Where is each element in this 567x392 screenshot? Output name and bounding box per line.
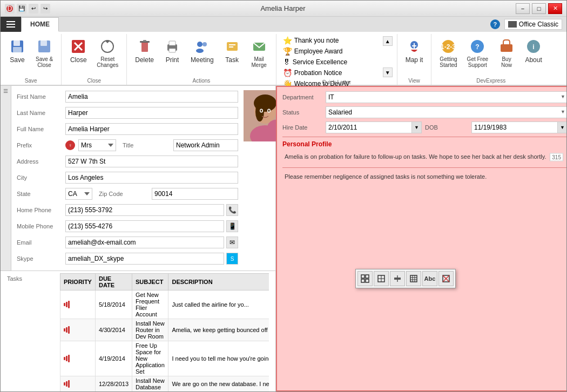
app-menu-button[interactable] bbox=[1, 17, 21, 32]
home-phone-label: Home Phone bbox=[17, 207, 65, 213]
close-button[interactable]: ✕ bbox=[548, 3, 562, 14]
quick-access-toolbar: D 💾 ↩ ↪ bbox=[5, 4, 50, 13]
home-phone-icon[interactable]: 📞 bbox=[226, 204, 238, 216]
save-close-button[interactable]: Save & Close bbox=[32, 35, 57, 71]
quick-letter-probation[interactable]: ⏰ Probation Notice bbox=[281, 67, 381, 78]
ribbon-section-close: Close Reset Changes Close bbox=[64, 34, 127, 85]
skype-label: Skype bbox=[17, 255, 65, 262]
hire-date-dropdown[interactable]: ▼ bbox=[412, 121, 422, 133]
status-dropdown-icon: ▼ bbox=[561, 109, 565, 114]
full-name-input[interactable] bbox=[65, 123, 238, 135]
title-bar: D 💾 ↩ ↪ Amelia Harper − □ ✕ bbox=[1, 1, 566, 17]
buy-now-button[interactable]: Buy Now bbox=[494, 35, 519, 71]
app-icon: D bbox=[5, 4, 15, 13]
hire-date-input[interactable] bbox=[326, 121, 412, 133]
skype-input[interactable] bbox=[65, 253, 224, 265]
col-description: DESCRIPTION bbox=[168, 274, 269, 290]
map-it-button[interactable]: Map it bbox=[402, 35, 427, 66]
svg-text:1-2-3: 1-2-3 bbox=[441, 43, 456, 51]
minimize-button[interactable]: − bbox=[516, 3, 530, 14]
mobile-phone-input[interactable] bbox=[65, 220, 224, 232]
close-button[interactable]: Close bbox=[66, 35, 91, 66]
devexpress-section-label: DevExpress bbox=[436, 77, 546, 85]
city-input[interactable] bbox=[65, 172, 238, 184]
quick-letter-award[interactable]: 🏆 Employee Award bbox=[281, 46, 381, 57]
svg-rect-25 bbox=[229, 46, 233, 48]
undo-quick-btn[interactable]: ↩ bbox=[29, 4, 38, 13]
ribbon-section-quick-letter: ⭐ Thank you note 🏆 Employee Award 🎖 Serv… bbox=[279, 34, 397, 85]
first-name-input[interactable] bbox=[65, 91, 238, 103]
home-phone-input[interactable] bbox=[65, 204, 224, 216]
svg-rect-3 bbox=[6, 24, 15, 25]
help-button[interactable]: ? bbox=[490, 19, 500, 29]
quick-letter-scroll-down[interactable]: ▼ bbox=[383, 67, 393, 77]
get-free-support-button[interactable]: ? Get Free Support bbox=[463, 35, 492, 71]
popup-btn-6[interactable] bbox=[438, 271, 454, 286]
state-label: State bbox=[17, 191, 65, 197]
expand-panel-button[interactable]: ☰ bbox=[3, 88, 8, 94]
svg-rect-4 bbox=[6, 26, 15, 28]
prefix-select[interactable]: Mrs Mr Ms Dr bbox=[78, 139, 116, 151]
quick-letter-scroll-up[interactable]: ▲ bbox=[383, 36, 393, 46]
save-quick-btn[interactable]: 💾 bbox=[17, 4, 26, 13]
priority-cell bbox=[60, 290, 96, 319]
table-row[interactable]: 12/28/2013Install New DatabaseWe are go … bbox=[60, 376, 269, 392]
app-window: D 💾 ↩ ↪ Amelia Harper − □ ✕ HOME ? bbox=[0, 0, 567, 392]
full-name-label: Full Name bbox=[17, 126, 65, 132]
mail-merge-button[interactable]: Mail Merge bbox=[247, 35, 272, 71]
table-row[interactable]: 4/30/2014Install New Router in Dev RoomA… bbox=[60, 319, 269, 341]
save-section-label: Save bbox=[5, 77, 57, 85]
address-input[interactable] bbox=[65, 156, 238, 167]
description-cell: Amelia, we keep getting bounced off the … bbox=[168, 319, 269, 341]
about-button[interactable]: i About bbox=[521, 35, 546, 66]
address-label: Address bbox=[17, 158, 65, 165]
address-row: Address bbox=[17, 155, 238, 168]
print-button[interactable]: Print bbox=[160, 35, 185, 66]
popup-btn-3[interactable] bbox=[390, 271, 405, 286]
svg-text:i: i bbox=[532, 43, 534, 51]
popup-btn-2[interactable] bbox=[374, 271, 389, 286]
full-name-row: Full Name bbox=[17, 123, 238, 136]
department-input[interactable] bbox=[326, 91, 567, 103]
svg-rect-48 bbox=[366, 279, 369, 282]
first-name-row: First Name bbox=[17, 90, 238, 103]
profile-text-2: Please remember negligence of assigned t… bbox=[282, 170, 567, 184]
reset-changes-button[interactable]: Reset Changes bbox=[93, 35, 122, 71]
title-input[interactable] bbox=[173, 139, 238, 151]
status-input[interactable] bbox=[326, 106, 567, 118]
table-row[interactable]: 5/18/2014Get New Frequent Flier AccountJ… bbox=[60, 290, 269, 319]
maximize-button[interactable]: □ bbox=[532, 3, 546, 14]
zip-input[interactable] bbox=[152, 188, 238, 200]
department-label: Department bbox=[282, 94, 326, 100]
mobile-phone-icon[interactable]: 📱 bbox=[226, 220, 238, 232]
email-icon[interactable]: ✉ bbox=[226, 236, 238, 248]
dob-input[interactable] bbox=[471, 121, 558, 133]
save-button[interactable]: Save bbox=[5, 35, 30, 66]
skype-row: Skype S bbox=[17, 252, 238, 265]
svg-text:?: ? bbox=[476, 43, 480, 51]
state-select[interactable]: CA bbox=[65, 188, 92, 200]
popup-btn-1[interactable] bbox=[357, 271, 373, 286]
tasks-section: Tasks PRIORITY DUE DATE SUBJECT DESCRIPT… bbox=[1, 271, 275, 391]
delete-button[interactable]: Delete bbox=[131, 35, 158, 66]
tab-home[interactable]: HOME bbox=[21, 17, 59, 32]
redo-quick-btn[interactable]: ↪ bbox=[40, 4, 50, 13]
popup-btn-5[interactable]: Abc bbox=[422, 271, 437, 286]
quick-letter-thankyou[interactable]: ⭐ Thank you note bbox=[281, 35, 381, 46]
meeting-button[interactable]: Meeting bbox=[187, 35, 218, 66]
table-row[interactable]: 4/19/2014Free Up Space for New Applicati… bbox=[60, 341, 269, 376]
email-input[interactable] bbox=[65, 236, 224, 248]
tasks-table: PRIORITY DUE DATE SUBJECT DESCRIPTION CO… bbox=[60, 273, 269, 391]
hiredate-row: Hire Date ▼ DOB ▼ bbox=[282, 121, 567, 133]
dob-dropdown[interactable]: ▼ bbox=[558, 121, 567, 133]
last-name-input[interactable] bbox=[65, 107, 238, 119]
getting-started-button[interactable]: 1-2-3 Getting Started bbox=[436, 35, 461, 71]
form-and-tasks: ☰ First Name Last Name Ful bbox=[1, 86, 566, 391]
hire-date-label: Hire Date bbox=[282, 124, 326, 131]
skype-icon[interactable]: S bbox=[226, 253, 238, 265]
task-button[interactable]: Task bbox=[220, 35, 245, 66]
prefix-label: Prefix bbox=[17, 142, 65, 148]
popup-btn-4[interactable] bbox=[406, 271, 421, 286]
prefix-row: Prefix ♀ Mrs Mr Ms Dr Title bbox=[17, 139, 238, 152]
quick-letter-service[interactable]: 🎖 Service Excellence bbox=[281, 57, 381, 67]
